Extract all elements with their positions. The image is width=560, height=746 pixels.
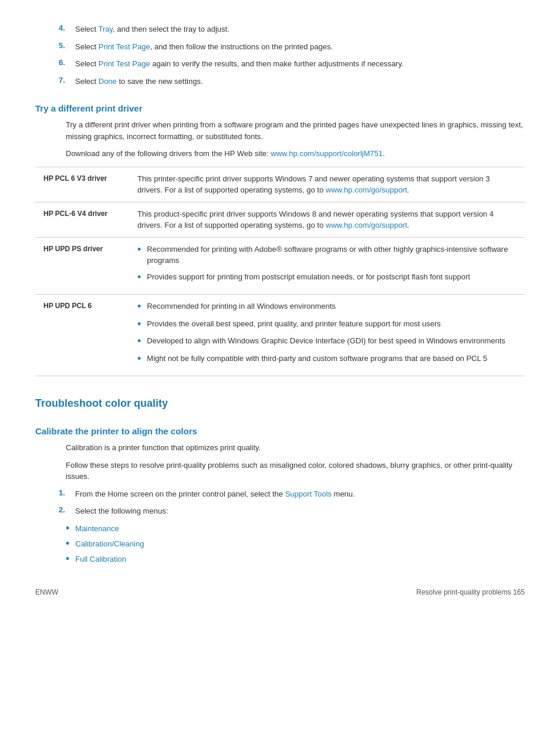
bullet-dot-icon: • [66, 523, 69, 535]
upd-pcl6-bullet-list: • Recommended for printing in all Window… [137, 301, 517, 365]
upd-ps-bullet-1: • Recommended for printing with Adobe® s… [137, 244, 517, 266]
support-tools-link[interactable]: Support Tools [285, 490, 332, 498]
full-calibration-link[interactable]: Full Calibration [75, 553, 126, 565]
driver-name-pcl6v4: HP PCL-6 V4 driver [35, 202, 129, 237]
hp-go-support-link-2[interactable]: www.hp.com/go/support [326, 221, 407, 229]
bullet-dot-icon: • [66, 553, 69, 565]
upd-pcl6-bullet-text-1: Recommended for printing in all Windows … [147, 301, 336, 312]
hp-go-support-link-1[interactable]: www.hp.com/go/support [326, 185, 407, 194]
upd-pcl6-bullet-text-2: Provides the overall best speed, print q… [147, 318, 441, 330]
download-text: Download any of the following drivers fr… [66, 148, 525, 160]
numbered-item-6: 6. Select Print Test Page again to verif… [59, 58, 525, 70]
cal-step-2-number: 2. [59, 505, 75, 514]
upd-pcl6-bullet-text-3: Developed to align with Windows Graphic … [147, 335, 505, 347]
sub-bullet-calibration-cleaning: • Calibration/Cleaning [66, 538, 525, 550]
cal-step-2-text: Select the following menus: [75, 505, 525, 517]
upd-pcl6-bullet-text-4: Might not be fully compatible with third… [147, 353, 487, 364]
driver-desc-upd-pcl6: • Recommended for printing in all Window… [129, 295, 525, 376]
done-link[interactable]: Done [99, 77, 117, 86]
download-prefix: Download any of the following drivers fr… [66, 149, 271, 158]
numbered-item-7: 7. Select Done to save the new settings. [59, 76, 525, 87]
bullet-dot-icon: • [137, 318, 141, 331]
driver-row-upd-pcl6: HP UPD PCL 6 • Recommended for printing … [35, 295, 525, 376]
print-test-page-link-2[interactable]: Print Test Page [99, 59, 150, 68]
upd-ps-bullet-2: • Provides support for printing from pos… [137, 271, 517, 284]
calibration-para1: Calibration is a printer function that o… [66, 442, 525, 454]
driver-name-pcl6v3: HP PCL 6 V3 driver [35, 167, 129, 202]
calibration-step-2: 2. Select the following menus: [59, 505, 525, 517]
driver-desc-pcl6v4: This product-specific print driver suppo… [129, 202, 525, 237]
try-different-driver-heading: Try a different print driver [35, 103, 525, 113]
download-suffix: . [383, 149, 385, 158]
maintenance-link[interactable]: Maintenance [75, 523, 119, 535]
upd-pcl6-bullet-3: • Developed to align with Windows Graphi… [137, 335, 517, 348]
sub-bullet-maintenance: • Maintenance [66, 523, 525, 535]
item-4-text: Select Tray, and then select the tray to… [75, 23, 525, 35]
calibration-steps-list: 1. From the Home screen on the printer c… [59, 488, 525, 517]
print-test-page-link-1[interactable]: Print Test Page [99, 42, 150, 51]
calibration-sub-menu-list: • Maintenance • Calibration/Cleaning • F… [66, 523, 525, 565]
numbered-item-4: 4. Select Tray, and then select the tray… [59, 23, 525, 35]
item-7-number: 7. [59, 76, 75, 85]
upd-pcl6-bullet-4: • Might not be fully compatible with thi… [137, 353, 517, 366]
bullet-dot-icon: • [137, 335, 141, 348]
item-7-text: Select Done to save the new settings. [75, 76, 525, 87]
driver-desc-upd-ps: • Recommended for printing with Adobe® s… [129, 237, 525, 295]
bullet-dot-icon: • [137, 271, 141, 284]
upd-pcl6-bullet-2: • Provides the overall best speed, print… [137, 318, 517, 331]
page-footer: ENWW Resolve print-quality problems 165 [35, 588, 525, 596]
troubleshoot-color-heading: Troubleshoot color quality [35, 397, 525, 410]
sub-bullet-full-calibration: • Full Calibration [66, 553, 525, 565]
hp-support-link[interactable]: www.hp.com/support/colorljM751 [271, 149, 383, 158]
cal-step-1-number: 1. [59, 488, 75, 497]
upd-ps-bullet-text-1: Recommended for printing with Adobe® sof… [147, 244, 517, 266]
numbered-list-top: 4. Select Tray, and then select the tray… [59, 23, 525, 87]
bullet-dot-icon: • [137, 244, 141, 256]
driver-name-upd-ps: HP UPD PS driver [35, 237, 129, 295]
driver-row-upd-ps: HP UPD PS driver • Recommended for print… [35, 237, 525, 295]
tray-link[interactable]: Tray [99, 25, 113, 33]
footer-left: ENWW [35, 588, 58, 596]
item-4-number: 4. [59, 23, 75, 32]
driver-intro-text: Try a different print driver when printi… [66, 119, 525, 142]
calibration-cleaning-link[interactable]: Calibration/Cleaning [75, 538, 144, 550]
upd-ps-bullet-list: • Recommended for printing with Adobe® s… [137, 244, 517, 284]
numbered-item-5: 5. Select Print Test Page, and then foll… [59, 41, 525, 53]
calibration-step-1: 1. From the Home screen on the printer c… [59, 488, 525, 500]
upd-pcl6-bullet-1: • Recommended for printing in all Window… [137, 301, 517, 313]
bullet-dot-icon: • [137, 301, 141, 313]
calibration-para2: Follow these steps to resolve print-qual… [66, 460, 525, 482]
item-6-text: Select Print Test Page again to verify t… [75, 58, 525, 70]
upd-ps-bullet-text-2: Provides support for printing from posts… [147, 271, 470, 283]
footer-right: Resolve print-quality problems 165 [416, 588, 525, 596]
driver-desc-pcl6v3: This printer-specific print driver suppo… [129, 167, 525, 202]
bullet-dot-icon: • [66, 538, 69, 550]
driver-row-pcl6v4: HP PCL-6 V4 driver This product-specific… [35, 202, 525, 237]
bullet-dot-icon: • [137, 353, 141, 366]
item-6-number: 6. [59, 58, 75, 67]
cal-step-1-text: From the Home screen on the printer cont… [75, 488, 525, 500]
item-5-text: Select Print Test Page, and then follow … [75, 41, 525, 53]
item-5-number: 5. [59, 41, 75, 50]
calibrate-printer-heading: Calibrate the printer to align the color… [35, 426, 525, 436]
driver-table: HP PCL 6 V3 driver This printer-specific… [35, 167, 525, 377]
driver-name-upd-pcl6: HP UPD PCL 6 [35, 295, 129, 376]
driver-row-pcl6v3: HP PCL 6 V3 driver This printer-specific… [35, 167, 525, 202]
